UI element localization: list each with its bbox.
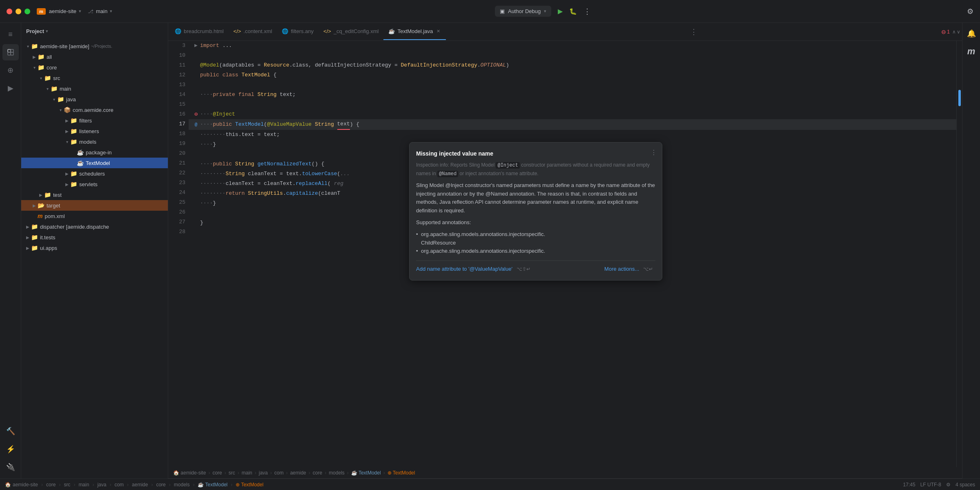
status-project[interactable]: 🏠 aemide-site xyxy=(5,482,38,488)
branch-selector[interactable]: ⎇ main ▾ xyxy=(88,8,119,14)
bc-aemide-site[interactable]: 🏠 aemide-site xyxy=(173,470,206,476)
sidebar-item-models[interactable]: ▾ 📁 models xyxy=(21,136,168,147)
fix-action-link[interactable]: Add name attribute to '@ValueMapValue' xyxy=(416,266,512,272)
status-src[interactable]: src xyxy=(64,482,70,488)
sidebar-item-target[interactable]: ▶ 📂 target xyxy=(21,200,168,211)
sidebar-item-java[interactable]: ▾ 📁 java xyxy=(21,94,168,105)
status-encoding[interactable]: LF UTF-8 xyxy=(920,482,941,488)
close-button[interactable] xyxy=(7,9,12,14)
sidebar-item-schedulers[interactable]: ▶ 📁 schedulers xyxy=(21,168,168,179)
tab-breadcrumb[interactable]: 🌐 breadcrumb.html xyxy=(170,24,229,40)
more-actions-icon[interactable]: ⋮ xyxy=(584,7,591,16)
run-icon[interactable]: ▶ xyxy=(558,7,563,15)
folder-icon: 📁 xyxy=(70,138,77,145)
sidebar-item-it-tests[interactable]: ▶ 📁 it.tests xyxy=(21,232,168,243)
activity-project-icon[interactable] xyxy=(2,44,19,60)
bc-models[interactable]: models xyxy=(329,470,345,476)
sidebar-item-main[interactable]: ▾ 📁 main xyxy=(21,83,168,94)
tab-close-icon[interactable]: ✕ xyxy=(435,29,441,34)
tab-content-xml[interactable]: </> .content.xml xyxy=(229,24,277,40)
tree-arrow-icon: ▶ xyxy=(31,203,38,208)
run-config-button[interactable]: ▣ Author Debug ▾ xyxy=(495,6,551,17)
sidebar-item-ui-apps[interactable]: ▶ 📁 ui.apps xyxy=(21,243,168,253)
status-core[interactable]: core xyxy=(46,482,56,488)
bc-core2[interactable]: core xyxy=(313,470,322,476)
folder-icon: 📁 xyxy=(38,53,45,60)
scroll-indicator[interactable] xyxy=(956,41,962,467)
sidebar-item-filters[interactable]: ▶ 📁 filters xyxy=(21,115,168,126)
ai-assistant-icon[interactable]: m xyxy=(964,44,979,59)
tab-filters[interactable]: 🌐 filters.any xyxy=(277,24,318,40)
sidebar-item-pom-xml[interactable]: ▶ m pom.xml xyxy=(21,211,168,221)
sidebar-item-dispatcher[interactable]: ▶ 📁 dispatcher [aemide.dispatche xyxy=(21,221,168,232)
bc-java[interactable]: java xyxy=(259,470,268,476)
bc-textmodel-method[interactable]: ⊕ TextModel xyxy=(388,470,415,476)
settings-icon[interactable]: ⚙ xyxy=(967,7,973,16)
notification-icon[interactable]: 🔔 xyxy=(964,26,979,41)
bc-main[interactable]: main xyxy=(242,470,252,476)
project-badge: m xyxy=(37,8,46,15)
sidebar-item-src[interactable]: ▾ 📁 src xyxy=(21,73,168,83)
sidebar-item-test[interactable]: ▶ 📁 test xyxy=(21,189,168,200)
debug-icon[interactable]: 🐛 xyxy=(569,8,577,15)
tab-overflow-icon[interactable]: ⋮ xyxy=(687,27,701,36)
status-core3[interactable]: core xyxy=(156,482,165,488)
bc-com[interactable]: com xyxy=(274,470,284,476)
status-indent[interactable]: 4 spaces xyxy=(956,482,975,488)
status-java[interactable]: java xyxy=(97,482,106,488)
minimize-button[interactable] xyxy=(16,9,21,14)
tree-arrow-icon: ▶ xyxy=(24,235,31,240)
status-main[interactable]: main xyxy=(78,482,89,488)
tab-cq-edit[interactable]: </> _cq_editConfig.xml xyxy=(318,24,383,40)
error-nav-up-icon[interactable]: ∧ xyxy=(952,29,956,35)
sidebar-item-package-info[interactable]: ▶ ☕ package-in xyxy=(21,147,168,158)
sidebar-chevron-icon[interactable]: ▾ xyxy=(46,29,48,34)
code-line: ⊖ ····@Inject xyxy=(189,109,956,119)
sidebar-item-textmodel[interactable]: ▶ ☕ TextModel xyxy=(21,158,168,168)
status-aemide[interactable]: aemide xyxy=(132,482,148,488)
tab-textmodel[interactable]: ☕ TextModel.java ✕ xyxy=(383,24,446,40)
sidebar-item-all[interactable]: ▶ 📁 all xyxy=(21,51,168,62)
bc-aemide[interactable]: aemide xyxy=(290,470,306,476)
activity-build-icon[interactable]: 🔨 xyxy=(2,423,19,439)
bc-core[interactable]: core xyxy=(212,470,222,476)
main-area: ≡ ⊕ ▶ 🔨 ⚡ 🔌 Project ▾ ▾ 📁 xyxy=(0,23,980,479)
activity-vcs-icon[interactable]: ⊕ xyxy=(2,62,19,78)
sidebar-item-core[interactable]: ▾ 📁 core xyxy=(21,62,168,73)
tab-bar: 🌐 breadcrumb.html </> .content.xml 🌐 fil… xyxy=(168,23,962,41)
sidebar-item-servlets[interactable]: ▶ 📁 servlets xyxy=(21,179,168,189)
popup-more-icon[interactable]: ⋮ xyxy=(650,147,657,158)
sidebar-item-aemide-site[interactable]: ▾ 📁 aemide-site [aemide] ~/Projects. xyxy=(21,41,168,51)
sidebar: Project ▾ ▾ 📁 aemide-site [aemide] ~/Pro… xyxy=(21,23,168,479)
tab-breadcrumb-icon: 🌐 xyxy=(175,28,181,34)
status-line-col[interactable]: 17:45 xyxy=(903,482,915,488)
status-textmodel-method[interactable]: ⊕ TextModel xyxy=(236,482,263,488)
sidebar-item-com-aemide-core[interactable]: ▾ 📦 com.aemide.core xyxy=(21,105,168,115)
tree-arrow-icon: ▶ xyxy=(24,225,31,229)
sidebar-item-listeners[interactable]: ▶ 📁 listeners xyxy=(21,126,168,136)
bc-textmodel-class[interactable]: ☕ TextModel xyxy=(351,470,381,476)
inspection-popup: ⋮ Missing injected value name Inspection… xyxy=(409,142,662,281)
activity-plugins-icon[interactable]: 🔌 xyxy=(2,459,19,475)
more-actions-link[interactable]: More actions... xyxy=(604,266,639,272)
maximize-button[interactable] xyxy=(24,9,30,14)
inspection-list: org.apache.sling.models.annotations.inje… xyxy=(416,230,655,256)
title-right-area: ⚙ xyxy=(967,7,973,16)
status-models[interactable]: models xyxy=(174,482,190,488)
code-line: ▶ import ... xyxy=(189,41,956,51)
gutter-at-icon: @ xyxy=(192,120,200,129)
status-com[interactable]: com xyxy=(114,482,124,488)
status-textmodel-class[interactable]: ☕ TextModel xyxy=(198,482,227,488)
line-numbers: 3 10 11 12 13 14 15 16 17 18 19 20 21 22… xyxy=(168,41,189,467)
fix-shortcut: ⌥⇧↵ xyxy=(517,266,530,272)
gutter-expand-icon[interactable]: ▶ xyxy=(192,41,200,51)
tree-arrow-icon: ▾ xyxy=(57,108,64,112)
bc-src[interactable]: src xyxy=(229,470,235,476)
folder-icon: 📁 xyxy=(38,64,45,71)
activity-terminal-icon[interactable]: ⚡ xyxy=(2,441,19,457)
project-chevron-icon[interactable]: ▾ xyxy=(79,9,81,14)
error-nav-down-icon[interactable]: ∨ xyxy=(957,29,960,35)
activity-nav-icon[interactable]: ≡ xyxy=(2,26,19,42)
fix-action-area: Add name attribute to '@ValueMapValue' ⌥… xyxy=(416,265,533,274)
activity-run-icon[interactable]: ▶ xyxy=(2,80,19,96)
